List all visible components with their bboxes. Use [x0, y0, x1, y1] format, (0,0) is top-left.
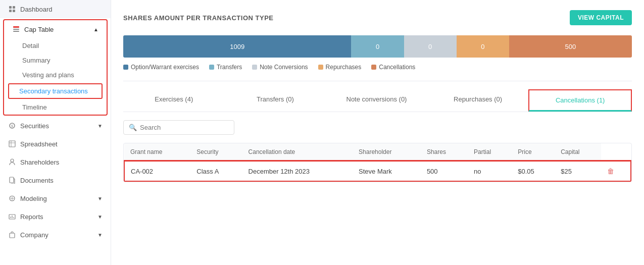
col-header: Cancellation date [242, 143, 353, 161]
delete-cell: 🗑 [601, 161, 631, 181]
sidebar-label-modeling: Modeling [20, 195, 47, 202]
sidebar-item-spreadsheet[interactable]: Spreadsheet [0, 135, 111, 153]
table-cell: Class A [190, 161, 242, 181]
table-header: Grant nameSecurityCancellation dateShare… [124, 143, 631, 161]
legend-dot [371, 65, 376, 70]
transaction-bar-chart: 1009000500 [123, 35, 632, 58]
legend-dot [318, 65, 323, 70]
securities-icon: $ [8, 122, 16, 130]
legend-dot [123, 65, 128, 70]
sidebar-label-documents: Documents [20, 177, 54, 184]
legend-item: Note Conversions [252, 64, 308, 71]
sidebar-item-secondary-transactions[interactable]: Secondary transactions [9, 84, 102, 98]
legend-item: Cancellations [371, 64, 415, 71]
sidebar-item-documents[interactable]: Documents [0, 171, 111, 189]
col-header: Grant name [124, 143, 190, 161]
sidebar-label-dashboard: Dashboard [20, 6, 53, 13]
transaction-tabs: Exercises (4)Transfers (0)Note conversio… [123, 89, 632, 112]
svg-rect-5 [13, 29, 19, 30]
svg-rect-0 [9, 6, 12, 9]
table-cell: no [468, 161, 512, 181]
tab-repurchases[interactable]: Repurchases (0) [427, 89, 529, 112]
col-header: Security [190, 143, 242, 161]
svg-rect-3 [13, 10, 15, 12]
delete-button[interactable]: 🗑 [607, 167, 614, 175]
legend-item: Option/Warrant exercises [123, 64, 199, 71]
page-title: SHARES AMOUNT PER TRANSACTION TYPE [123, 14, 273, 22]
svg-rect-6 [13, 31, 19, 32]
col-header: Shares [421, 143, 468, 161]
search-icon: 🔍 [129, 124, 137, 131]
sidebar-label-shareholders: Shareholders [20, 158, 59, 166]
chevron-down-icon-reports: ▼ [97, 214, 103, 220]
svg-rect-1 [13, 6, 15, 9]
bar-segment: 0 [404, 35, 457, 58]
svg-rect-9 [9, 141, 15, 147]
table-cell: 500 [421, 161, 468, 181]
view-capital-button[interactable]: VIEW CAPITAL [570, 10, 632, 25]
data-table: Grant nameSecurityCancellation dateShare… [123, 143, 632, 182]
legend-item: Repurchases [318, 64, 362, 71]
sidebar-item-vesting[interactable]: Vesting and plans [4, 68, 107, 82]
sidebar-item-shareholders[interactable]: Shareholders [0, 153, 111, 171]
reports-icon [8, 213, 16, 221]
table-body: CA-002Class ADecember 12th 2023Steve Mar… [124, 161, 631, 181]
sidebar-item-company[interactable]: Company ▼ [0, 226, 111, 244]
legend-label: Option/Warrant exercises [131, 64, 199, 71]
tab-exercises[interactable]: Exercises (4) [123, 89, 225, 112]
sidebar-item-modeling[interactable]: Modeling ▼ [0, 189, 111, 207]
sidebar-label-reports: Reports [20, 213, 43, 221]
table-cell: Steve Mark [353, 161, 421, 181]
tab-transfers[interactable]: Transfers (0) [225, 89, 326, 112]
search-container: 🔍 [123, 120, 632, 135]
legend-label: Repurchases [326, 64, 362, 71]
search-input[interactable] [140, 124, 229, 131]
chevron-up-icon: ▲ [93, 27, 98, 32]
table-row: CA-002Class ADecember 12th 2023Steve Mar… [124, 161, 631, 181]
legend-label: Cancellations [379, 64, 415, 71]
chart-legend: Option/Warrant exercisesTransfersNote Co… [123, 64, 632, 71]
documents-icon [8, 176, 16, 184]
bar-segment: 0 [457, 35, 509, 58]
sidebar-item-dashboard[interactable]: Dashboard [0, 0, 111, 18]
table-cell: $0.05 [512, 161, 555, 181]
legend-dot [252, 65, 257, 70]
cancellations-table: Grant nameSecurityCancellation dateShare… [124, 143, 631, 182]
svg-rect-13 [10, 177, 14, 183]
sidebar-label-company: Company [20, 231, 48, 239]
sidebar-item-reports[interactable]: Reports ▼ [0, 207, 111, 226]
sidebar-item-timeline[interactable]: Timeline [4, 100, 107, 115]
main-header: SHARES AMOUNT PER TRANSACTION TYPE VIEW … [123, 10, 632, 25]
search-input-wrap: 🔍 [123, 120, 234, 135]
chevron-down-icon: ▼ [97, 123, 103, 129]
main-content: SHARES AMOUNT PER TRANSACTION TYPE VIEW … [111, 0, 644, 265]
col-header: Capital [555, 143, 601, 161]
sidebar-label-spreadsheet: Spreadsheet [20, 140, 58, 148]
separator [123, 81, 632, 81]
svg-text:$: $ [11, 124, 13, 128]
table-cell: December 12th 2023 [242, 161, 353, 181]
table-cell: $25 [555, 161, 601, 181]
sidebar-item-summary[interactable]: Summary [4, 53, 107, 68]
chevron-down-icon-modeling: ▼ [97, 196, 103, 201]
bar-segment: 0 [351, 35, 404, 58]
sidebar-item-securities[interactable]: $ Securities ▼ [0, 117, 111, 135]
sidebar-item-cap-table[interactable]: Cap Table ▲ [4, 20, 107, 38]
col-header: Partial [468, 143, 512, 161]
tab-cancellations[interactable]: Cancellations (1) [528, 89, 632, 112]
sidebar-item-detail[interactable]: Detail [4, 38, 107, 53]
legend-label: Transfers [217, 64, 242, 71]
tab-note-conversions[interactable]: Note conversions (0) [326, 89, 427, 112]
col-header: Price [512, 143, 555, 161]
svg-rect-4 [13, 26, 19, 28]
table-cell: CA-002 [124, 161, 190, 181]
company-icon [8, 231, 16, 239]
sidebar-label-securities: Securities [20, 122, 49, 130]
svg-rect-2 [9, 10, 12, 12]
chevron-down-icon-company: ▼ [97, 232, 103, 238]
sidebar-label-cap-table: Cap Table [24, 26, 54, 33]
modeling-icon [8, 194, 16, 202]
spreadsheet-icon [8, 140, 16, 148]
col-header: Shareholder [353, 143, 421, 161]
legend-item: Transfers [209, 64, 242, 71]
